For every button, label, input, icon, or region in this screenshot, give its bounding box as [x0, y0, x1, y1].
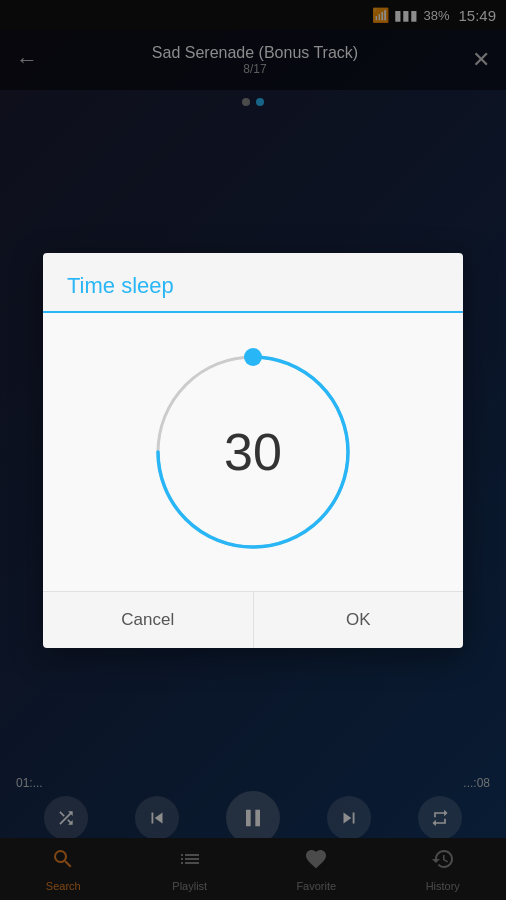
dialog-footer: Cancel OK [43, 591, 463, 648]
svg-point-2 [244, 348, 262, 366]
dialog-overlay: Time sleep 30 [0, 0, 506, 900]
circular-timer[interactable]: 30 [138, 337, 368, 567]
dialog-body: 30 [43, 313, 463, 591]
timer-value: 30 [224, 422, 282, 482]
dialog-title: Time sleep [67, 273, 439, 299]
time-sleep-dialog: Time sleep 30 [43, 253, 463, 648]
dialog-header: Time sleep [43, 253, 463, 313]
cancel-button[interactable]: Cancel [43, 592, 254, 648]
ok-button[interactable]: OK [254, 592, 464, 648]
